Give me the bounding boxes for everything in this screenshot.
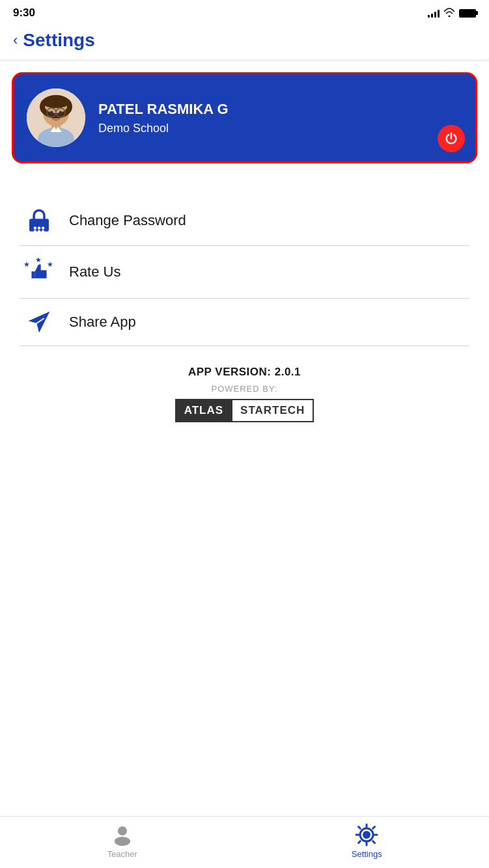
svg-rect-11 xyxy=(29,219,49,231)
nav-label-teacher: Teacher xyxy=(107,849,137,859)
svg-point-23 xyxy=(363,831,370,839)
status-icons xyxy=(428,8,476,19)
nav-item-teacher[interactable]: Teacher xyxy=(0,823,245,859)
profile-info: PATEL RASMIKA G Demo School xyxy=(98,101,462,135)
menu-section: Change Password ★ ★ ★ Rate Us Share A xyxy=(0,170,489,346)
svg-point-9 xyxy=(50,111,53,115)
wifi-icon xyxy=(443,8,455,19)
svg-point-12 xyxy=(34,226,36,229)
settings-icon xyxy=(355,823,378,847)
menu-label-change-password: Change Password xyxy=(69,212,186,229)
lock-icon xyxy=(20,206,59,235)
menu-item-share-app[interactable]: Share App xyxy=(20,299,469,346)
svg-point-14 xyxy=(42,226,44,229)
svg-point-21 xyxy=(118,826,127,835)
atlas-logo: ATLAS STARTECH xyxy=(175,399,314,422)
avatar xyxy=(27,88,85,147)
svg-text:★: ★ xyxy=(35,256,42,264)
profile-name: PATEL RASMIKA G xyxy=(98,101,462,118)
svg-point-16 xyxy=(38,230,40,233)
profile-card[interactable]: PATEL RASMIKA G Demo School xyxy=(12,72,477,163)
svg-point-15 xyxy=(34,230,36,233)
menu-label-share-app: Share App xyxy=(69,314,136,331)
share-icon xyxy=(20,309,59,335)
profile-school: Demo School xyxy=(98,122,462,135)
nav-item-settings[interactable]: Settings xyxy=(245,823,490,859)
menu-item-rate-us[interactable]: ★ ★ ★ Rate Us xyxy=(20,246,469,299)
profile-card-wrapper: PATEL RASMIKA G Demo School xyxy=(0,61,489,170)
menu-label-rate-us: Rate Us xyxy=(69,264,120,280)
startech-text: STARTECH xyxy=(231,400,313,421)
version-section: APP VERSION: 2.0.1 POWERED BY: ATLAS STA… xyxy=(0,346,489,429)
svg-point-10 xyxy=(59,111,63,115)
rate-icon: ★ ★ ★ xyxy=(20,256,59,288)
svg-point-13 xyxy=(38,226,40,229)
svg-text:★: ★ xyxy=(47,260,53,268)
app-version: APP VERSION: 2.0.1 xyxy=(0,366,489,379)
nav-label-settings: Settings xyxy=(352,849,382,859)
status-time: 9:30 xyxy=(13,7,35,20)
status-bar: 9:30 xyxy=(0,0,489,23)
back-button[interactable]: ‹ xyxy=(13,32,18,49)
svg-point-17 xyxy=(42,230,44,233)
atlas-text: ATLAS xyxy=(176,400,231,421)
bottom-nav: Teacher Settings xyxy=(0,816,489,868)
svg-text:★: ★ xyxy=(23,260,30,268)
powered-by-label: POWERED BY: xyxy=(0,384,489,394)
signal-icon xyxy=(428,8,440,18)
power-button[interactable] xyxy=(438,125,465,152)
page-title: Settings xyxy=(23,30,94,51)
svg-point-22 xyxy=(115,837,130,846)
teacher-icon xyxy=(111,823,134,847)
battery-icon xyxy=(459,9,476,18)
header: ‹ Settings xyxy=(0,23,489,61)
menu-item-change-password[interactable]: Change Password xyxy=(20,196,469,246)
